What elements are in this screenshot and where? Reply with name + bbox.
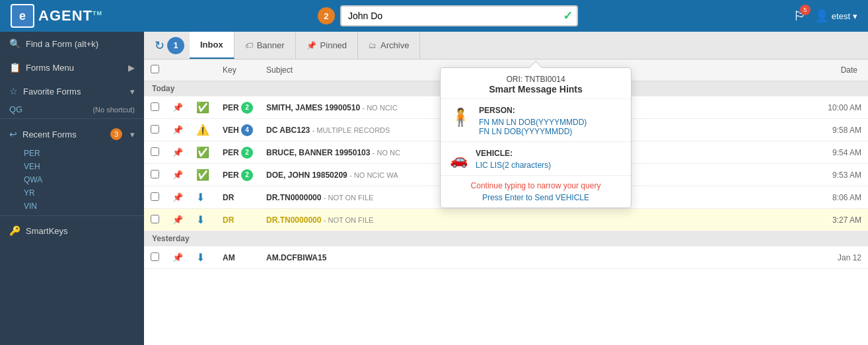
- row-checkbox[interactable]: [151, 170, 159, 178]
- search-badge[interactable]: 2: [318, 7, 335, 24]
- row-status-cell: ✅: [190, 141, 216, 164]
- pin-icon[interactable]: 📌: [172, 252, 183, 262]
- flag-button[interactable]: 🏳 5: [793, 9, 807, 24]
- recent-form-veh[interactable]: VEH: [0, 160, 144, 173]
- favorite-forms-chevron-icon: ▾: [130, 87, 135, 96]
- forms-menu-icon: 📋: [9, 62, 20, 73]
- person-section-title: PERSON:: [479, 106, 587, 115]
- forms-menu-chevron-icon: ▶: [128, 63, 135, 73]
- user-chevron-icon: ▾: [853, 11, 857, 21]
- row-date-cell: 10:00 AM: [721, 96, 868, 119]
- logo-area: e AGENTTM: [11, 4, 102, 28]
- tab-pinned[interactable]: 📌 Pinned: [296, 32, 358, 59]
- status-down-icon: ⬇: [196, 192, 205, 203]
- col-info: [190, 59, 216, 81]
- tab-banner[interactable]: 🏷 Banner: [235, 32, 296, 59]
- row-key-cell: AM: [216, 247, 260, 269]
- pin-icon[interactable]: 📌: [172, 215, 183, 225]
- smart-keys-label: SmartKeys: [26, 226, 68, 236]
- sidebar-item-recent-forms[interactable]: ↩ Recent Forms 3 ▾: [0, 122, 144, 147]
- header-right: 🏳 5 👤 etest ▾: [793, 9, 857, 24]
- recent-form-per[interactable]: PER: [0, 147, 144, 160]
- row-key-label: VEH: [223, 125, 239, 134]
- search-input[interactable]: [340, 5, 578, 26]
- search-icon: 🔍: [9, 38, 20, 49]
- row-subject-note: - MULTIPLE RECORDS: [312, 126, 390, 134]
- sidebar-item-forms-menu[interactable]: 📋 Forms Menu ▶: [0, 56, 144, 79]
- row-key-cell: PER 2: [216, 164, 260, 186]
- user-name: etest: [832, 11, 850, 21]
- row-key-label: PER: [223, 147, 239, 157]
- row-subject-main: DOE, JOHN 19850209: [266, 171, 347, 180]
- status-green-icon: ✅: [196, 147, 209, 158]
- row-checkbox[interactable]: [151, 252, 159, 261]
- dropdown-ori-label: ORI: TNTBI0014: [450, 75, 622, 84]
- pin-icon[interactable]: 📌: [172, 125, 183, 135]
- vehicle-link-1[interactable]: LIC LIS(2 characters): [476, 161, 551, 170]
- row-subject-note: - NO NC: [373, 149, 400, 157]
- banner-icon: 🏷: [245, 41, 253, 50]
- status-green-icon: ✅: [196, 169, 209, 180]
- row-key-cell: VEH 4: [216, 119, 260, 141]
- row-checkbox-cell: [144, 186, 166, 209]
- row-checkbox[interactable]: [151, 147, 159, 156]
- pin-icon[interactable]: 📌: [172, 192, 183, 202]
- row-checkbox[interactable]: [151, 125, 159, 134]
- row-date-cell: Jan 12: [721, 247, 868, 269]
- tab-archive-label: Archive: [380, 40, 409, 50]
- pin-icon[interactable]: 📌: [172, 102, 183, 112]
- recent-form-yr[interactable]: YR: [0, 186, 144, 200]
- status-down-icon: ⬇: [196, 214, 205, 225]
- select-all-checkbox[interactable]: [151, 65, 159, 73]
- row-checkbox[interactable]: [151, 192, 159, 201]
- sidebar-item-smart-keys[interactable]: 🔑 SmartKeys: [0, 219, 144, 243]
- favorite-shortcut-row: QG (No shortcut): [0, 103, 144, 116]
- app-container: e AGENTTM 2 ✓ 🏳 5 👤 etest ▾: [0, 0, 868, 345]
- row-pin-cell: 📌: [166, 141, 190, 164]
- sidebar: 🔍 Find a Form (alt+k) 📋 Forms Menu ▶ ☆ F…: [0, 32, 144, 345]
- row-checkbox-cell: [144, 141, 166, 164]
- recent-forms-badge: 3: [110, 128, 122, 140]
- favorite-shortcut-key: QG: [9, 104, 22, 114]
- col-date: Date: [721, 59, 868, 81]
- row-date-cell: 8:06 AM: [721, 186, 868, 209]
- recent-form-vin[interactable]: VIN: [0, 200, 144, 213]
- tab-pinned-label: Pinned: [320, 40, 347, 50]
- row-key-label: DR: [223, 215, 234, 225]
- sidebar-item-find-form[interactable]: 🔍 Find a Form (alt+k): [0, 32, 144, 56]
- row-status-cell: ⬇: [190, 209, 216, 231]
- vehicle-section-content: VEHICLE: LIC LIS(2 characters): [476, 149, 551, 170]
- person-section-content: PERSON: FN MN LN DOB(YYYYMMDD) FN LN DOB…: [479, 106, 587, 136]
- tab-inbox[interactable]: Inbox: [190, 32, 235, 59]
- row-subject-note: - NOT ON FILE: [324, 194, 374, 202]
- person-link-2[interactable]: FN LN DOB(YYYYMMDD): [479, 127, 587, 136]
- row-key-label: PER: [223, 102, 239, 112]
- person-link-1[interactable]: FN MN LN DOB(YYYYMMDD): [479, 118, 587, 127]
- row-count-badge: 4: [241, 124, 253, 136]
- logo-letter: e: [19, 9, 26, 23]
- favorite-forms-label: Favorite Forms: [23, 87, 81, 96]
- dropdown-enter-label[interactable]: Press Enter to Send VEHICLE: [450, 193, 622, 202]
- refresh-icon[interactable]: ↻: [155, 38, 164, 53]
- user-menu[interactable]: 👤 etest ▾: [814, 9, 857, 23]
- tab-archive[interactable]: 🗂 Archive: [358, 32, 420, 59]
- pin-icon[interactable]: 📌: [172, 170, 183, 180]
- row-checkbox[interactable]: [151, 215, 159, 223]
- table-row[interactable]: 📌 ⬇ DR DR.TN0000000 - NOT ON FILE 3:27 A…: [144, 209, 868, 231]
- row-date-cell: 9:58 AM: [721, 119, 868, 141]
- recent-forms-label: Recent Forms: [22, 130, 77, 139]
- find-form-label: Find a Form (alt+k): [26, 39, 98, 49]
- sidebar-item-favorite-forms[interactable]: ☆ Favorite Forms ▾: [0, 79, 144, 103]
- search-input-wrap: ✓: [340, 5, 578, 26]
- row-checkbox[interactable]: [151, 102, 159, 111]
- table-row[interactable]: 📌 ⬇ AM AM.DCFBIWA15 Jan 12: [144, 247, 868, 269]
- pin-icon[interactable]: 📌: [172, 147, 183, 157]
- row-checkbox-cell: [144, 247, 166, 269]
- archive-icon: 🗂: [369, 41, 377, 50]
- row-status-cell: ✅: [190, 96, 216, 119]
- status-down-icon: ⬇: [196, 252, 205, 263]
- recent-forms-icon: ↩: [9, 129, 17, 139]
- row-pin-cell: 📌: [166, 247, 190, 269]
- col-pin: [166, 59, 190, 81]
- recent-form-qwa[interactable]: QWA: [0, 173, 144, 186]
